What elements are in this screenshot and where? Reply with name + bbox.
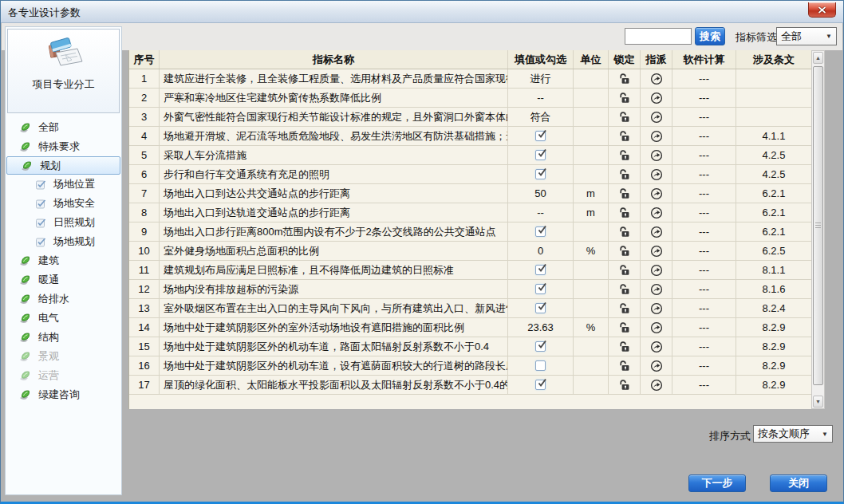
- sidebar-item[interactable]: 场地位置: [6, 175, 121, 194]
- value-cell[interactable]: [508, 337, 574, 356]
- table-row[interactable]: 16场地中处于建筑阴影区外的机动车道，设有遮荫面积较大的行道树的路段长度超过7.…: [129, 356, 811, 376]
- table-row[interactable]: 5采取人车分流措施---4.2.5: [129, 146, 811, 165]
- value-checkbox-checked[interactable]: [535, 380, 546, 390]
- assign-icon[interactable]: [650, 92, 663, 104]
- lock-cell[interactable]: [609, 127, 641, 145]
- sidebar-item[interactable]: 给排水: [6, 289, 121, 309]
- sort-combobox[interactable]: 按条文顺序 ▼: [753, 425, 833, 443]
- table-row[interactable]: 4场地避开滑坡、泥石流等地质危险地段、易发生洪涝地区有防洪基础措施；无危险...…: [129, 127, 811, 146]
- column-header[interactable]: 单位: [574, 50, 609, 69]
- assign-cell[interactable]: [641, 108, 672, 126]
- search-button[interactable]: 搜索: [695, 27, 725, 45]
- table-row[interactable]: 6步行和自行车交通系统有充足的照明---4.2.5: [129, 165, 811, 184]
- assign-cell[interactable]: [641, 165, 672, 183]
- sidebar-item[interactable]: 特殊要求: [6, 137, 121, 156]
- assign-icon[interactable]: [650, 360, 663, 372]
- assign-icon[interactable]: [650, 379, 663, 392]
- unlock-icon[interactable]: [618, 187, 631, 199]
- sidebar-item[interactable]: 全部: [6, 118, 121, 137]
- unlock-icon[interactable]: [618, 321, 631, 333]
- column-header[interactable]: 序号: [129, 50, 160, 69]
- table-row[interactable]: 11建筑规划布局应满足日照标准，且不得降低周边建筑的日照标准---8.1.1: [129, 261, 811, 280]
- value-checkbox-checked[interactable]: [535, 303, 546, 313]
- assign-cell[interactable]: [641, 89, 672, 107]
- scroll-up-icon[interactable]: ▲: [813, 52, 823, 64]
- filter-combobox[interactable]: 全部 ▼: [776, 27, 837, 45]
- lock-cell[interactable]: [609, 69, 641, 88]
- column-header[interactable]: 指标名称: [160, 50, 508, 69]
- assign-cell[interactable]: [641, 184, 672, 203]
- next-button[interactable]: 下一步: [688, 474, 746, 492]
- column-header[interactable]: 填值或勾选: [508, 50, 574, 69]
- column-header[interactable]: 涉及条文: [736, 50, 811, 69]
- assign-cell[interactable]: [641, 299, 672, 317]
- value-cell[interactable]: [508, 146, 574, 164]
- value-checkbox-checked[interactable]: [535, 131, 546, 141]
- value-checkbox-checked[interactable]: [535, 284, 546, 294]
- table-row[interactable]: 13室外吸烟区布置在主出入口的主导风向下风向，与所有建筑出入口、新风进气口和..…: [129, 299, 811, 318]
- table-row[interactable]: 8场地出入口到达轨道交通站点的步行距离--m---6.2.1: [129, 203, 811, 222]
- value-cell[interactable]: [508, 165, 574, 183]
- value-cell[interactable]: 23.63: [508, 318, 574, 337]
- assign-icon[interactable]: [650, 187, 663, 200]
- table-row[interactable]: 10室外健身场地面积占总面积的比例0%---6.2.5: [129, 242, 811, 261]
- sidebar-item[interactable]: 建筑: [6, 251, 121, 270]
- value-cell[interactable]: 进行: [508, 69, 574, 88]
- value-cell[interactable]: 0: [508, 242, 574, 260]
- search-input[interactable]: [625, 28, 692, 45]
- unlock-icon[interactable]: [618, 130, 631, 142]
- value-cell[interactable]: [508, 280, 574, 298]
- value-cell[interactable]: [508, 261, 574, 279]
- table-row[interactable]: 15场地中处于建筑阴影区外的机动车道，路面太阳辐射反射系数不小于0.4---8.…: [129, 337, 811, 356]
- assign-cell[interactable]: [641, 337, 672, 356]
- value-cell[interactable]: [508, 376, 574, 394]
- lock-cell[interactable]: [609, 222, 641, 241]
- lock-cell[interactable]: [609, 376, 641, 394]
- assign-cell[interactable]: [641, 146, 672, 164]
- unlock-icon[interactable]: [618, 149, 631, 161]
- lock-cell[interactable]: [609, 261, 641, 279]
- assign-cell[interactable]: [641, 280, 672, 298]
- assign-icon[interactable]: [650, 73, 663, 85]
- unlock-icon[interactable]: [618, 360, 631, 372]
- table-row[interactable]: 14场地中处于建筑阴影区外的室外活动场地设有遮阳措施的面积比例23.63%---…: [129, 318, 811, 337]
- table-row[interactable]: 17屋顶的绿化面积、太阳能板水平投影面积以及太阳辐射反射系数不小于0.4的屋面面…: [129, 376, 811, 395]
- value-cell[interactable]: --: [508, 203, 574, 222]
- assign-icon[interactable]: [650, 302, 663, 315]
- assign-icon[interactable]: [650, 283, 663, 296]
- assign-cell[interactable]: [641, 127, 672, 145]
- table-row[interactable]: 12场地内没有排放超标的污染源---8.1.6: [129, 280, 811, 299]
- assign-cell[interactable]: [641, 376, 672, 394]
- lock-cell[interactable]: [609, 89, 641, 107]
- value-checkbox-checked[interactable]: [535, 341, 546, 352]
- lock-cell[interactable]: [609, 184, 641, 203]
- table-row[interactable]: 7场地出入口到达公共交通站点的步行距离50m---6.2.1: [129, 184, 811, 203]
- unlock-icon[interactable]: [618, 245, 631, 257]
- lock-cell[interactable]: [609, 146, 641, 164]
- assign-icon[interactable]: [650, 207, 663, 219]
- assign-icon[interactable]: [650, 264, 663, 277]
- unlock-icon[interactable]: [618, 73, 631, 85]
- assign-cell[interactable]: [641, 242, 672, 260]
- assign-cell[interactable]: [641, 69, 672, 88]
- assign-icon[interactable]: [650, 245, 663, 258]
- assign-icon[interactable]: [650, 168, 663, 181]
- assign-cell[interactable]: [641, 261, 672, 279]
- value-cell[interactable]: [508, 127, 574, 145]
- sidebar-item[interactable]: 场地规划: [6, 232, 121, 251]
- sidebar-item[interactable]: 结构: [6, 328, 121, 347]
- assign-cell[interactable]: [641, 318, 672, 337]
- sidebar-item[interactable]: 场地安全: [6, 194, 121, 213]
- value-cell[interactable]: 50: [508, 184, 574, 203]
- column-header[interactable]: 指派: [641, 50, 672, 69]
- lock-cell[interactable]: [609, 108, 641, 126]
- lock-cell[interactable]: [609, 280, 641, 298]
- sidebar-item[interactable]: 日照规划: [6, 213, 121, 232]
- value-checkbox-checked[interactable]: [535, 169, 546, 179]
- value-cell[interactable]: [508, 356, 574, 375]
- assign-icon[interactable]: [650, 321, 663, 334]
- table-row[interactable]: 3外窗气密性能符合国家现行相关节能设计标准的规定，且外窗洞口外窗本体的结合...…: [129, 108, 811, 127]
- sidebar-item[interactable]: 电气: [6, 309, 121, 328]
- assign-cell[interactable]: [641, 356, 672, 375]
- table-row[interactable]: 2严寒和寒冷地区住宅建筑外窗传热系数降低比例-----: [129, 89, 811, 108]
